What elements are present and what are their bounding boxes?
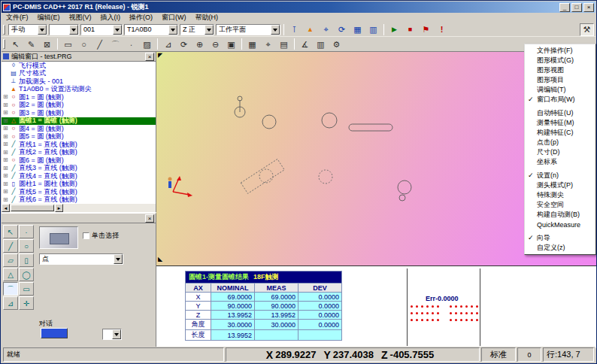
menu-item-quickmeasure[interactable]: QuickMeasure bbox=[526, 220, 595, 229]
tip-icon[interactable]: ▲ bbox=[303, 23, 317, 36]
scroll-right-icon[interactable] bbox=[55, 204, 63, 212]
menu-item-probe-mode[interactable]: 测头模式(P) bbox=[526, 180, 595, 190]
cross-icon[interactable]: ✛ bbox=[19, 296, 34, 310]
menu-view[interactable]: 视图(V) bbox=[65, 13, 96, 23]
origin-icon[interactable]: ⌖ bbox=[261, 38, 275, 50]
menu-item-measured-features[interactable]: 测量特征(M) bbox=[526, 118, 595, 128]
view-combo[interactable]: 工作平面 bbox=[216, 24, 280, 35]
cylinder-icon[interactable]: ▯ bbox=[19, 253, 34, 267]
point-icon[interactable]: ∙ bbox=[19, 225, 34, 238]
stop-icon[interactable]: ■ bbox=[403, 23, 417, 36]
mode-combo[interactable]: 手动 bbox=[8, 24, 47, 35]
dropdown-arrow-icon[interactable] bbox=[112, 329, 121, 339]
workplane-combo[interactable]: Z 正 bbox=[180, 24, 214, 35]
expand-icon[interactable] bbox=[3, 150, 10, 156]
speed-combo[interactable] bbox=[49, 24, 79, 35]
tip-combo[interactable]: T1A0B0 bbox=[124, 24, 178, 35]
zoom-in-icon[interactable]: ⊕ bbox=[192, 38, 207, 50]
menu-operation[interactable]: 操作(O) bbox=[125, 13, 157, 23]
zoom-out-icon[interactable]: ⊖ bbox=[208, 38, 223, 50]
sphere-icon[interactable]: ◯ bbox=[19, 268, 34, 281]
dropdown-arrow-icon[interactable] bbox=[38, 25, 47, 35]
flag-icon[interactable]: ⚑ bbox=[419, 23, 433, 36]
grid-icon[interactable]: ▦ bbox=[350, 23, 365, 36]
expand-icon[interactable] bbox=[3, 181, 10, 187]
expand-icon[interactable] bbox=[3, 118, 10, 124]
select-icon[interactable]: ↖ bbox=[3, 225, 18, 238]
line-icon[interactable]: ╱ bbox=[3, 239, 18, 253]
menu-item-constructed-features[interactable]: 构建特征(C) bbox=[526, 128, 595, 138]
dropdown-arrow-icon[interactable] bbox=[114, 254, 123, 264]
expand-icon[interactable] bbox=[3, 141, 10, 147]
probe-icon[interactable]: ⊺ bbox=[287, 23, 302, 36]
dropdown-arrow-icon[interactable] bbox=[168, 25, 177, 35]
menu-window[interactable]: 窗口(W) bbox=[157, 13, 191, 23]
pen-icon[interactable]: ✎ bbox=[24, 38, 38, 50]
expand-icon[interactable] bbox=[3, 94, 10, 100]
circle-icon[interactable]: ○ bbox=[19, 239, 34, 253]
close-panel-button[interactable]: × bbox=[145, 214, 154, 223]
rotate-view-icon[interactable]: ⟳ bbox=[335, 23, 349, 36]
menu-item-graphic-view[interactable]: 图形视图 bbox=[526, 65, 595, 75]
menu-edit[interactable]: 编辑(E) bbox=[33, 13, 65, 23]
maximize-button[interactable]: □ bbox=[571, 3, 582, 12]
rect-icon[interactable]: ▭ bbox=[61, 38, 75, 50]
zoom-fit-icon[interactable]: ▣ bbox=[224, 38, 238, 50]
close-panel-button[interactable]: × bbox=[145, 53, 154, 61]
dropdown-arrow-icon[interactable] bbox=[205, 25, 214, 35]
expand-icon[interactable] bbox=[3, 157, 10, 163]
color-swatch-button[interactable] bbox=[41, 328, 68, 338]
minimize-button[interactable]: _ bbox=[559, 3, 570, 12]
alert-icon[interactable]: ! bbox=[435, 23, 449, 36]
execute-icon[interactable]: ▶ bbox=[387, 23, 402, 36]
dropdown-arrow-icon[interactable] bbox=[271, 25, 280, 35]
scroll-left-icon[interactable] bbox=[2, 204, 10, 212]
angle-icon[interactable]: ∡ bbox=[298, 38, 312, 50]
expand-icon[interactable] bbox=[3, 173, 10, 179]
point-icon[interactable]: ∙ bbox=[124, 38, 138, 50]
menu-item-settings[interactable]: 设置(n) bbox=[526, 171, 595, 180]
expand-icon[interactable] bbox=[3, 197, 10, 203]
report-icon[interactable]: ▤ bbox=[277, 38, 291, 50]
customize-toolbars-button[interactable]: ⚒ bbox=[580, 23, 594, 36]
slot-icon[interactable]: ▭ bbox=[19, 282, 34, 296]
triangle-icon[interactable]: ⊿ bbox=[161, 38, 175, 50]
dropdown-arrow-icon[interactable] bbox=[113, 25, 122, 35]
probe-file-combo[interactable]: 001 bbox=[80, 24, 123, 35]
angle-icon[interactable]: ⊿ bbox=[3, 296, 18, 310]
dropdown-arrow-icon[interactable] bbox=[69, 25, 78, 35]
line-icon[interactable]: ╱ bbox=[92, 38, 107, 50]
expand-icon[interactable] bbox=[3, 134, 10, 140]
expand-icon[interactable] bbox=[3, 110, 10, 116]
select-icon[interactable]: ↖ bbox=[8, 38, 23, 50]
expand-icon[interactable] bbox=[3, 126, 10, 132]
views-icon[interactable]: ▥ bbox=[314, 38, 328, 50]
menu-file[interactable]: 文件(F) bbox=[2, 13, 33, 23]
expand-icon[interactable] bbox=[3, 165, 10, 171]
menu-insert[interactable]: 插入(I) bbox=[96, 13, 126, 23]
mini-combo[interactable] bbox=[102, 329, 122, 340]
menu-help[interactable]: 帮助(H) bbox=[191, 13, 223, 23]
menu-item-wizard[interactable]: 向导 bbox=[526, 233, 595, 243]
hatch-icon[interactable]: ▨ bbox=[140, 38, 154, 50]
menu-item-alignment[interactable]: 坐标系 bbox=[526, 157, 595, 167]
menu-item-auto-insert-measure[interactable]: 构建自动测(B) bbox=[526, 210, 595, 220]
menu-item-customize[interactable]: 自定义(z) bbox=[526, 243, 595, 253]
single-select-checkbox[interactable] bbox=[83, 232, 89, 239]
menu-item-clearance-space[interactable]: 安全空间 bbox=[526, 200, 595, 210]
windows-icon[interactable]: ▥ bbox=[366, 23, 380, 36]
menu-item-annotation[interactable]: 点击(p) bbox=[526, 138, 595, 147]
grid-icon[interactable]: ▦ bbox=[245, 38, 259, 50]
menu-item-dimension[interactable]: 尺寸(D) bbox=[526, 147, 595, 157]
close-button[interactable]: × bbox=[583, 3, 594, 12]
expand-icon[interactable] bbox=[3, 102, 10, 108]
rotate-icon[interactable]: ⟳ bbox=[177, 38, 191, 50]
menu-item-special-tips[interactable]: 特殊测尖 bbox=[526, 190, 595, 200]
feature-type-combo[interactable]: 点 bbox=[39, 253, 123, 265]
delete-icon[interactable]: ⊠ bbox=[40, 38, 54, 50]
menu-item-graphic-items[interactable]: 图形项目 bbox=[526, 75, 595, 85]
arc-icon[interactable]: ⌒ bbox=[3, 282, 18, 296]
options-icon[interactable]: ⚙ bbox=[329, 38, 344, 50]
horizontal-scrollbar[interactable] bbox=[2, 204, 156, 212]
target-icon[interactable]: ⌖ bbox=[319, 23, 333, 36]
